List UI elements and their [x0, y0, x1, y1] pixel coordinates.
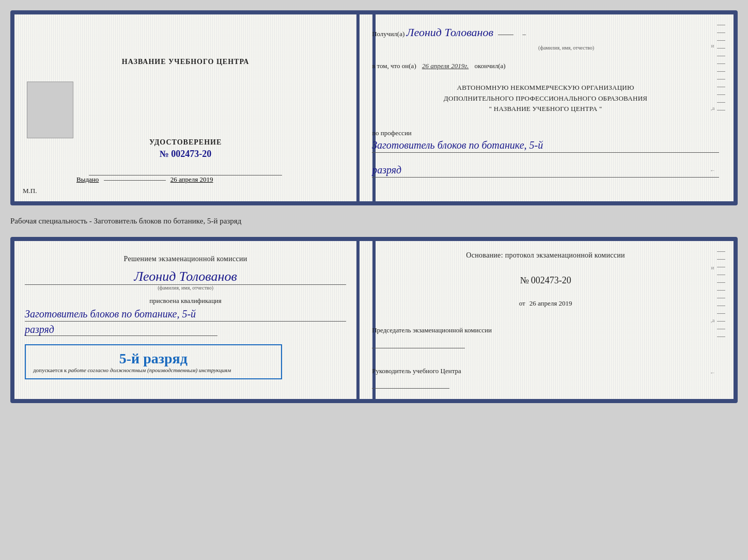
date-from-prefix: от [519, 299, 525, 307]
org-line1: АВТОНОМНУЮ НЕКОММЕРЧЕСКУЮ ОРГАНИЗАЦИЮ [372, 83, 719, 93]
issued-label: Выдано [76, 175, 99, 183]
vertical-labels-2: и ,а ← [710, 241, 715, 399]
recipient-name: Леонид Толованов [407, 26, 494, 39]
basis-text: Основание: протокол экзаменационной коми… [372, 251, 719, 260]
issued-date-value: 26 апреля 2019 [170, 175, 213, 183]
assigned-label: присвоена квалификация [25, 297, 346, 305]
photo-placeholder [27, 82, 73, 138]
rank-value-1: разряд [372, 164, 719, 178]
side-dashes-2 [717, 251, 725, 389]
fio-label-2: (фамилия, имя, отчество) [25, 285, 346, 291]
right-page-1: Получил(а) Леонид Толованов – (фамилия, … [360, 14, 734, 201]
document-card-1: НАЗВАНИЕ УЧЕБНОГО ЦЕНТРА УДОСТОВЕРЕНИЕ №… [10, 10, 738, 205]
cert-title: УДОСТОВЕРЕНИЕ [149, 138, 222, 147]
number-prefix: № [520, 275, 528, 285]
date-line: в том, что он(а) 26 апреля 2019г. окончи… [372, 62, 719, 70]
org-line3: " НАЗВАНИЕ УЧЕБНОГО ЦЕНТРА " [372, 104, 719, 115]
commission-text: Решением экзаменационной комиссии [25, 253, 346, 265]
recipient-prefix: Получил(а) [372, 30, 404, 38]
right-page-2: Основание: протокол экзаменационной коми… [360, 241, 734, 399]
training-center-left: НАЗВАНИЕ УЧЕБНОГО ЦЕНТРА [122, 58, 249, 66]
cert-number: № 002473-20 [149, 149, 222, 159]
director-label: Руководитель учебного Центра [372, 366, 719, 376]
org-block: АВТОНОМНУЮ НЕКОММЕРЧЕСКУЮ ОРГАНИЗАЦИЮ ДО… [372, 83, 719, 115]
left-page-2: Решением экзаменационной комиссии Леонид… [14, 241, 360, 399]
stamp-box: 5-й разряд допускается к работе согласно… [25, 344, 282, 379]
side-dashes-1 [717, 25, 725, 191]
chairman-label: Председатель экзаменационной комиссии [372, 325, 719, 335]
cert-number-label: № [160, 149, 169, 159]
stamp-prefix: допускается к работе согласно должностны… [33, 367, 274, 373]
left-page-1: НАЗВАНИЕ УЧЕБНОГО ЦЕНТРА УДОСТОВЕРЕНИЕ №… [14, 14, 360, 201]
stamp-italic: работе согласно должностным (производств… [68, 367, 231, 373]
page-wrapper: НАЗВАНИЕ УЧЕБНОГО ЦЕНТРА УДОСТОВЕРЕНИЕ №… [10, 10, 738, 403]
date-value: 26 апреля 2019г. [422, 62, 469, 70]
recipient-line: Получил(а) Леонид Толованов – [372, 25, 719, 41]
fio-label-1: (фамилия, имя, отчество) [413, 45, 719, 51]
mp-label: М.П. [23, 187, 37, 195]
qual-value: Заготовитель блоков по ботанике, 5-й [25, 308, 346, 322]
date-from-value: 26 апреля 2019 [529, 299, 572, 307]
stamp-rank: 5-й разряд [33, 350, 274, 367]
specialty-label: Рабочая специальность - Заготовитель бло… [10, 215, 738, 228]
vertical-labels-1: и ,а ← [710, 14, 715, 201]
profession-label: по профессии [372, 129, 719, 137]
date-prefix: в том, что он(а) [372, 62, 416, 70]
cert-number-value: 002473-20 [171, 149, 211, 159]
date-suffix: окончил(а) [475, 62, 506, 70]
person-name: Леонид Толованов [25, 269, 346, 285]
number-value: 002473-20 [531, 275, 571, 285]
rank-value-2: разряд [25, 324, 217, 336]
org-line2: ДОПОЛНИТЕЛЬНОГО ПРОФЕССИОНАЛЬНОГО ОБРАЗО… [372, 93, 719, 104]
document-card-2: Решением экзаменационной комиссии Леонид… [10, 237, 738, 403]
profession-value: Заготовитель блоков по ботанике, 5-й [372, 139, 719, 153]
issued-date: Выдано 26 апреля 2019 [25, 175, 213, 184]
